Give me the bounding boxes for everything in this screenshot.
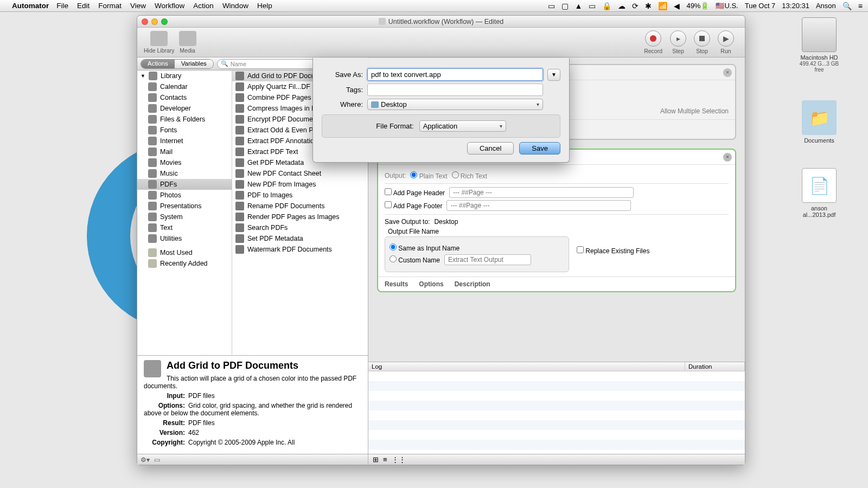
category-mail[interactable]: Mail — [137, 146, 232, 157]
action-item[interactable]: New PDF Contact Sheet — [232, 168, 368, 179]
menu-file[interactable]: File — [56, 2, 68, 10]
view-grid-icon[interactable]: ⊞ — [373, 455, 379, 464]
category-files-folders[interactable]: Files & Folders — [137, 114, 232, 125]
lock-icon[interactable]: 🔒 — [602, 2, 611, 10]
remove-action-button[interactable]: × — [723, 68, 732, 77]
run-button[interactable]: Run — [718, 30, 734, 54]
log-col-log[interactable]: Log — [368, 362, 685, 371]
menu-action[interactable]: Action — [193, 2, 214, 10]
tab-variables[interactable]: Variables — [175, 60, 213, 68]
desktop-documents[interactable]: 📁 Documents — [795, 100, 844, 144]
notification-icon[interactable]: ▲ — [575, 2, 583, 10]
custom-name-input[interactable] — [444, 254, 531, 265]
action-item[interactable]: PDF to Images — [232, 190, 368, 201]
chat-icon[interactable]: ☁ — [618, 2, 626, 10]
category-calendar[interactable]: Calendar — [137, 81, 232, 92]
display-icon[interactable]: ▢ — [561, 2, 569, 10]
step-button[interactable]: Step — [670, 30, 686, 54]
category-system[interactable]: System — [137, 211, 232, 222]
app-menu[interactable]: Automator — [12, 2, 49, 10]
zoom-button[interactable] — [161, 18, 168, 25]
view-flow-icon[interactable]: ⋮⋮ — [392, 455, 406, 464]
stop-button[interactable]: Stop — [694, 30, 710, 54]
rich-text-radio[interactable]: Rich Text — [452, 171, 487, 180]
cancel-button[interactable]: Cancel — [467, 142, 514, 155]
tags-input[interactable] — [367, 84, 543, 96]
page-header-input[interactable] — [449, 187, 634, 198]
titlebar[interactable]: Untitled.workflow (Workflow) — Edited — [137, 16, 745, 28]
category-recently-added[interactable]: Recently Added — [137, 258, 232, 269]
bluetooth-icon[interactable]: ✱ — [645, 2, 652, 10]
menubar-date[interactable]: Tue Oct 7 — [745, 2, 776, 10]
airplay-icon[interactable]: ▭ — [589, 2, 596, 10]
category-presentations[interactable]: Presentations — [137, 201, 232, 211]
minimize-button[interactable] — [151, 18, 158, 25]
save-output-popup[interactable]: Desktop — [434, 218, 553, 226]
plain-text-radio[interactable]: Plain Text — [410, 171, 447, 180]
category-fonts[interactable]: Fonts — [137, 125, 232, 136]
save-as-input[interactable] — [367, 68, 543, 81]
menu-workflow[interactable]: Workflow — [155, 2, 184, 10]
action-item[interactable]: Set PDF Metadata — [232, 233, 368, 244]
menu-format[interactable]: Format — [98, 2, 122, 10]
save-button[interactable]: Save — [519, 142, 560, 155]
library-header[interactable]: ▼Library — [137, 70, 232, 81]
category-developer[interactable]: Developer — [137, 103, 232, 114]
expand-browser-button[interactable]: ▼ — [547, 69, 560, 81]
options-tab[interactable]: Options — [419, 280, 443, 288]
menubar-time[interactable]: 13:20:31 — [782, 2, 809, 10]
desktop-hd[interactable]: Macintosh HD 499.42 G...3 GB free — [795, 17, 844, 73]
file-format-popup[interactable]: Application — [419, 120, 506, 132]
action-item[interactable]: Render PDF Pages as Images — [232, 211, 368, 222]
description-tab[interactable]: Description — [455, 280, 490, 288]
action-item[interactable]: Watermark PDF Documents — [232, 244, 368, 255]
category-list[interactable]: ▼Library CalendarContactsDeveloperFiles … — [137, 70, 232, 355]
category-pdfs[interactable]: PDFs — [137, 179, 232, 190]
category-contacts[interactable]: Contacts — [137, 92, 232, 103]
menu-help[interactable]: Help — [257, 2, 272, 10]
gear-menu[interactable]: ⚙▾ — [141, 456, 150, 464]
sync-icon[interactable]: ⟳ — [632, 2, 639, 10]
media-button[interactable]: Media — [179, 31, 196, 54]
wifi-icon[interactable]: 📶 — [658, 2, 667, 10]
input-flag[interactable]: 🇺🇸 U.S. — [716, 2, 738, 10]
facetime-icon[interactable]: ▭ — [548, 2, 555, 10]
notification-center-icon[interactable]: ≡ — [858, 2, 863, 10]
category-text[interactable]: Text — [137, 222, 232, 233]
category-utilities[interactable]: Utilities — [137, 233, 232, 244]
menubar-user[interactable]: Anson — [816, 2, 836, 10]
category-most-used[interactable]: Most Used — [137, 247, 232, 258]
same-as-input-radio[interactable]: Same as Input Name — [390, 243, 459, 252]
volume-icon[interactable]: ◀ — [674, 2, 680, 10]
view-toggle[interactable]: ▭ — [154, 456, 160, 464]
menu-window[interactable]: Window — [222, 2, 248, 10]
action-item[interactable]: Rename PDF Documents — [232, 201, 368, 211]
spotlight-icon[interactable]: 🔍 — [843, 2, 852, 10]
where-popup[interactable]: Desktop — [367, 99, 543, 110]
document-proxy-icon[interactable] — [379, 18, 386, 25]
desktop-pdf-file[interactable]: 📄 anson al...2013.pdf — [795, 168, 844, 218]
log-col-duration[interactable]: Duration — [685, 362, 745, 371]
action-item[interactable]: New PDF from Images — [232, 179, 368, 190]
remove-action-button[interactable]: × — [723, 153, 732, 162]
category-music[interactable]: Music — [137, 168, 232, 179]
hide-library-button[interactable]: Hide Library — [144, 31, 175, 54]
view-list-icon[interactable]: ≡ — [383, 455, 387, 464]
record-button[interactable]: Record — [644, 30, 662, 54]
action-extract-pdf-text[interactable]: × ▾Extract PDF Text Output: Plain Text R… — [377, 149, 736, 292]
results-tab[interactable]: Results — [385, 280, 408, 288]
category-internet[interactable]: Internet — [137, 136, 232, 146]
action-item[interactable]: Search PDFs — [232, 222, 368, 233]
category-movies[interactable]: Movies — [137, 157, 232, 168]
add-footer-checkbox[interactable]: Add Page Footer — [385, 201, 442, 210]
menu-edit[interactable]: Edit — [77, 2, 90, 10]
category-photos[interactable]: Photos — [137, 190, 232, 201]
battery-status[interactable]: 49% 🔋 — [686, 2, 709, 10]
menu-view[interactable]: View — [130, 2, 146, 10]
custom-name-radio[interactable]: Custom Name — [390, 255, 440, 264]
page-footer-input[interactable] — [446, 200, 631, 211]
replace-existing-checkbox[interactable]: Replace Existing Files — [577, 246, 649, 255]
close-button[interactable] — [142, 18, 148, 25]
tab-actions[interactable]: Actions — [141, 60, 175, 68]
add-header-checkbox[interactable]: Add Page Header — [385, 188, 445, 197]
